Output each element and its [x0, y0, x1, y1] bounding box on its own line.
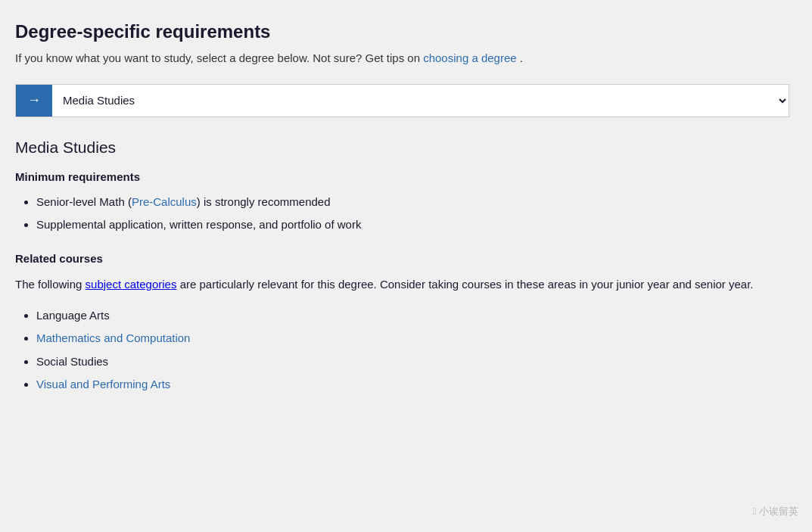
watermark:  小诶留英 [753, 505, 798, 518]
requirements-list: Senior-level Math (Pre-Calculus) is stro… [36, 194, 789, 234]
page-title: Degree-specific requirements [15, 21, 789, 42]
subtitle-pre: If you know what you want to study, sele… [15, 51, 423, 64]
req2-text: Supplemental application, written respon… [36, 218, 361, 231]
minimum-requirements-label: Minimum requirements [15, 170, 789, 183]
course-category-language-arts: Language Arts [36, 307, 789, 325]
course-categories-list: Language Arts Mathematics and Computatio… [36, 307, 789, 394]
related-description: The following subject categories are par… [15, 275, 789, 294]
req1-pre: Senior-level Math ( [36, 195, 132, 208]
subtitle: If you know what you want to study, sele… [15, 50, 789, 67]
course-label: Language Arts [36, 309, 110, 322]
subject-categories-link[interactable]: subject categories [86, 278, 177, 291]
degree-select[interactable]: Media Studies Computer Science Engineeri… [52, 85, 789, 117]
course-category-visual-arts: Visual and Performing Arts [36, 376, 789, 394]
pre-calculus-link[interactable]: Pre-Calculus [132, 195, 197, 208]
visual-arts-link[interactable]: Visual and Performing Arts [36, 378, 170, 390]
arrow-button[interactable]: → [16, 85, 52, 117]
math-computation-link[interactable]: Mathematics and Computation [36, 331, 190, 344]
requirement-item-1: Senior-level Math (Pre-Calculus) is stro… [36, 194, 789, 211]
req1-post: ) is strongly recommended [197, 195, 331, 208]
course-category-social-studies: Social Studies [36, 353, 789, 371]
related-post: are particularly relevant for this degre… [176, 278, 753, 291]
arrow-icon: → [27, 92, 41, 108]
course-category-math-computation: Mathematics and Computation [36, 330, 789, 347]
subtitle-post: . [520, 51, 523, 64]
degree-selector-row: → Media Studies Computer Science Enginee… [15, 84, 789, 117]
course-label: Social Studies [36, 355, 108, 368]
main-container: Degree-specific requirements If you know… [0, 0, 812, 442]
degree-heading: Media Studies [15, 138, 789, 157]
related-pre: The following [15, 278, 86, 291]
requirement-item-2: Supplemental application, written respon… [36, 216, 789, 234]
related-courses-label: Related courses [15, 252, 789, 265]
choosing-degree-link[interactable]: choosing a degree [423, 51, 516, 64]
